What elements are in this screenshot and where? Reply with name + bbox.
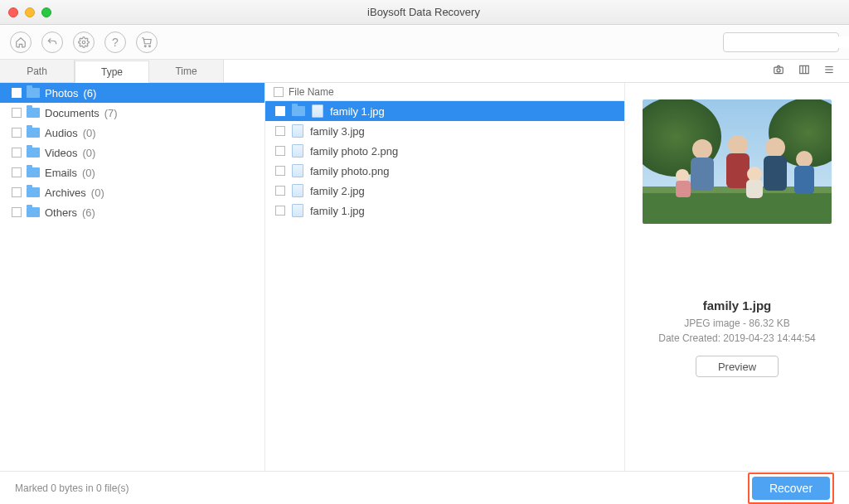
status-text: Marked 0 bytes in 0 file(s) <box>15 482 129 494</box>
file-header-label: File Name <box>289 86 334 98</box>
checkbox[interactable] <box>275 206 285 216</box>
tab-type[interactable]: Type <box>75 61 149 83</box>
minimize-window-button[interactable] <box>25 7 35 17</box>
recover-highlight: Recover <box>748 472 834 504</box>
sidebar-item-count: (0) <box>82 167 95 179</box>
sidebar-item-label: Documents <box>45 107 99 119</box>
camera-icon[interactable] <box>771 64 786 78</box>
sidebar-item-count: (0) <box>91 187 104 199</box>
svg-point-23 <box>747 167 762 182</box>
svg-rect-24 <box>746 180 763 198</box>
tab-time[interactable]: Time <box>149 60 224 82</box>
checkbox[interactable] <box>275 126 285 136</box>
svg-rect-20 <box>764 156 787 191</box>
checkbox[interactable] <box>12 167 22 177</box>
file-header: File Name <box>265 83 624 101</box>
gear-icon[interactable] <box>73 32 95 53</box>
svg-point-17 <box>692 139 712 159</box>
close-window-button[interactable] <box>8 7 18 17</box>
file-name: family 2.jpg <box>310 185 365 197</box>
folder-icon <box>27 187 40 197</box>
sidebar-item-archives[interactable]: Archives (0) <box>0 182 264 202</box>
checkbox[interactable] <box>12 207 22 217</box>
file-name: family photo.png <box>310 165 389 177</box>
svg-rect-22 <box>726 153 750 188</box>
svg-point-0 <box>82 41 85 44</box>
checkbox[interactable] <box>12 88 22 98</box>
sidebar-item-label: Emails <box>45 167 77 179</box>
help-icon[interactable]: ? <box>104 32 126 53</box>
sidebar-item-others[interactable]: Others (6) <box>0 202 264 222</box>
file-item[interactable]: family 1.jpg <box>265 201 624 220</box>
cart-icon[interactable] <box>136 32 158 53</box>
folder-icon <box>292 106 305 116</box>
checkbox[interactable] <box>275 186 285 196</box>
folder-icon <box>27 108 40 118</box>
sidebar-item-count: (7) <box>104 107 118 119</box>
file-icon <box>292 144 303 158</box>
preview-image <box>643 99 832 224</box>
svg-rect-4 <box>774 67 784 74</box>
preview-filedate: Date Created: 2019-04-23 14:44:54 <box>658 332 815 344</box>
sidebar-item-label: Others <box>45 206 77 219</box>
preview-pane: family 1.jpg JPEG image - 86.32 KB Date … <box>625 83 849 471</box>
sidebar-item-count: (6) <box>82 206 95 219</box>
toolbar: ? ✕ <box>0 25 849 60</box>
file-icon <box>292 204 303 217</box>
sidebar-item-videos[interactable]: Videos (0) <box>0 143 264 162</box>
sidebar-item-label: Archives <box>45 187 86 199</box>
file-icon <box>312 104 323 118</box>
titlebar: iBoysoft Data Recovery <box>0 0 849 25</box>
svg-rect-6 <box>800 65 809 73</box>
svg-point-21 <box>728 135 748 155</box>
folder-icon <box>27 148 40 158</box>
home-icon[interactable] <box>10 32 32 53</box>
sidebar-item-audios[interactable]: Audios (0) <box>0 123 264 143</box>
tab-path[interactable]: Path <box>0 60 75 82</box>
select-all-checkbox[interactable] <box>274 87 284 97</box>
svg-point-5 <box>777 69 780 72</box>
file-name: family 3.jpg <box>310 125 365 138</box>
checkbox[interactable] <box>12 148 22 158</box>
sidebar-item-count: (0) <box>83 127 96 139</box>
footer: Marked 0 bytes in 0 file(s) Recover <box>0 471 849 504</box>
traffic-lights <box>8 7 51 17</box>
checkbox[interactable] <box>12 128 22 138</box>
sidebar-item-label: Audios <box>45 127 78 139</box>
checkbox[interactable] <box>12 108 22 118</box>
file-item[interactable]: family 1.jpg <box>265 101 624 121</box>
tab-row: Path Type Time <box>0 60 849 83</box>
sidebar-item-documents[interactable]: Documents (7) <box>0 103 264 123</box>
main-content: Photos (6) Documents (7) Audios (0) Vide… <box>0 83 849 471</box>
svg-point-19 <box>765 138 785 158</box>
file-name: family 1.jpg <box>330 105 385 118</box>
sidebar-item-count: (6) <box>83 87 96 99</box>
checkbox[interactable] <box>275 166 285 176</box>
columns-icon[interactable] <box>798 64 811 78</box>
folder-icon <box>27 207 40 217</box>
recover-button[interactable]: Recover <box>752 477 830 500</box>
sidebar-item-photos[interactable]: Photos (6) <box>0 83 264 103</box>
file-item[interactable]: family photo 2.png <box>265 141 624 161</box>
svg-rect-26 <box>794 166 814 194</box>
preview-fileinfo: JPEG image - 86.32 KB <box>684 317 789 329</box>
sidebar-item-label: Videos <box>45 147 78 159</box>
checkbox[interactable] <box>275 106 285 116</box>
file-item[interactable]: family 2.jpg <box>265 181 624 201</box>
file-item[interactable]: family photo.png <box>265 161 624 181</box>
search-input[interactable]: ✕ <box>723 32 839 52</box>
folder-icon <box>27 128 40 138</box>
preview-button[interactable]: Preview <box>696 356 779 377</box>
checkbox[interactable] <box>275 146 285 156</box>
checkbox[interactable] <box>12 187 22 197</box>
sidebar-item-label: Photos <box>45 87 78 99</box>
undo-icon[interactable] <box>41 32 63 53</box>
sidebar-item-emails[interactable]: Emails (0) <box>0 162 264 182</box>
search-field[interactable] <box>732 36 849 48</box>
zoom-window-button[interactable] <box>41 7 51 17</box>
preview-filename: family 1.jpg <box>703 298 772 313</box>
file-icon <box>292 184 303 197</box>
file-name: family photo 2.png <box>310 145 398 158</box>
file-item[interactable]: family 3.jpg <box>265 121 624 141</box>
list-icon[interactable] <box>822 64 836 78</box>
